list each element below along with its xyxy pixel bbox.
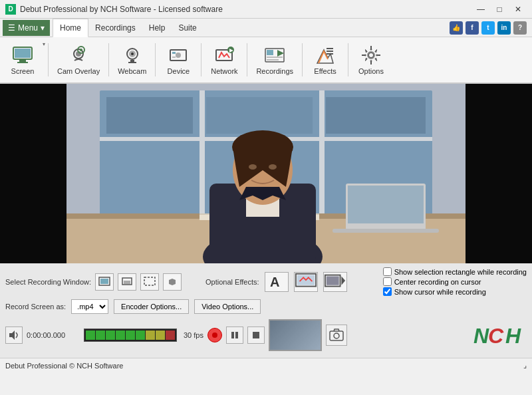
facebook-icon[interactable]: f (466, 21, 479, 35)
svg-rect-11 (130, 60, 134, 62)
svg-rect-1 (19, 60, 26, 62)
svg-point-49 (249, 164, 257, 170)
title-bar-left: D Debut Professional by NCH Software - L… (5, 4, 223, 15)
svg-text:C: C (488, 324, 504, 348)
app-icon: D (5, 4, 16, 15)
svg-rect-65 (235, 332, 238, 338)
svg-rect-3 (15, 49, 31, 58)
svg-rect-67 (330, 331, 343, 340)
minimize-button[interactable]: — (472, 3, 489, 16)
toolbar-network[interactable]: ▶ Network (204, 41, 244, 78)
svg-rect-15 (172, 52, 176, 54)
device-label: Device (168, 67, 190, 75)
video-options-button[interactable]: Video Options... (194, 299, 261, 314)
center-cursor-checkbox[interactable] (383, 277, 392, 286)
toolbar-device[interactable]: Device (158, 41, 198, 78)
meter-5 (126, 330, 135, 340)
toolbar-screen[interactable]: Screen ▾ (3, 41, 45, 78)
title-bar: D Debut Professional by NCH Software - L… (0, 0, 532, 19)
cam-overlay-icon (68, 45, 89, 66)
recordings-icon (264, 45, 285, 66)
meter-8 (156, 330, 165, 340)
svg-text:A: A (270, 275, 279, 289)
window-record-btn[interactable] (118, 273, 136, 291)
svg-point-63 (212, 332, 217, 338)
video-effect-btn[interactable] (323, 272, 347, 292)
toolbar: Screen ▾ Cam Overlay (0, 37, 532, 84)
toolbar-screen-btn[interactable]: Screen (3, 41, 43, 78)
close-button[interactable]: ✕ (509, 3, 527, 16)
hamburger-icon: ☰ (8, 23, 15, 33)
show-rectangle-checkbox[interactable] (383, 267, 392, 276)
cb-center-cursor: Center recording on cursor (383, 277, 527, 286)
nch-logo: N C H (473, 322, 527, 348)
arrow-btn[interactable] (163, 273, 182, 291)
svg-point-28 (368, 53, 374, 58)
toolbar-sep-2 (108, 43, 109, 76)
svg-rect-52 (100, 279, 108, 284)
toolbar-options[interactable]: Options (351, 41, 391, 78)
svg-point-10 (131, 53, 134, 55)
options-icon (360, 45, 382, 66)
webcam-icon (122, 45, 143, 66)
recordings-label: Recordings (256, 67, 293, 75)
record-as-label: Record Screen as: (5, 303, 66, 311)
fps-display: 30 fps (184, 331, 203, 339)
fullscreen-record-btn[interactable] (95, 273, 114, 291)
show-rectangle-label: Show selection rectangle while recording (394, 268, 527, 276)
optional-effects: Optional Effects: A (205, 272, 347, 292)
svg-rect-61 (326, 276, 338, 285)
pause-button[interactable] (226, 327, 243, 344)
linkedin-icon[interactable]: in (497, 21, 511, 35)
volume-button[interactable] (5, 327, 23, 344)
encoder-options-button[interactable]: Encoder Options... (114, 299, 189, 314)
status-text: Debut Professional © NCH Software (5, 362, 123, 370)
svg-rect-42 (332, 229, 439, 233)
title-text: Debut Professional by NCH Software - Lic… (20, 5, 223, 14)
svg-marker-62 (9, 330, 15, 340)
menu-label: Menu (18, 23, 38, 33)
toolbar-cam-overlay[interactable]: Cam Overlay (51, 41, 106, 78)
record-button[interactable] (207, 328, 222, 342)
thumbs-up-icon[interactable]: 👍 (450, 21, 463, 35)
menu-item-suite[interactable]: Suite (172, 19, 203, 37)
svg-marker-60 (341, 276, 345, 285)
help-icon[interactable]: ? (513, 21, 527, 35)
text-effect-btn[interactable]: A (265, 272, 289, 292)
toolbar-webcam[interactable]: Webcam (112, 41, 152, 78)
screen-effect-btn[interactable] (294, 272, 318, 292)
format-select[interactable]: .mp4 .avi .wmv .flv .mkv (71, 299, 108, 314)
svg-rect-12 (128, 62, 136, 63)
svg-rect-36 (206, 97, 313, 134)
menu-button[interactable]: ☰ Menu ▾ (3, 20, 50, 36)
show-cursor-checkbox[interactable] (383, 287, 392, 296)
toolbar-sep-3 (155, 43, 156, 76)
network-label: Network (211, 67, 237, 75)
menu-item-home[interactable]: Home (53, 19, 88, 37)
twitter-icon[interactable]: t (481, 21, 495, 35)
menu-arrow: ▾ (41, 23, 45, 33)
menu-item-recordings[interactable]: Recordings (88, 19, 142, 37)
video-preview (0, 84, 532, 263)
level-meter (84, 329, 177, 342)
svg-rect-32 (200, 90, 205, 223)
center-cursor-label: Center recording on cursor (394, 278, 481, 286)
menu-item-help[interactable]: Help (142, 19, 172, 37)
region-record-btn[interactable] (140, 273, 159, 291)
effects-icon (315, 45, 336, 66)
recording-window-row: Select Recording Window: Optional Effect… (5, 267, 527, 296)
menu-bar: ☰ Menu ▾ Home Recordings Help Suite 👍 f … (0, 19, 532, 37)
resize-indicator: ⌟ (523, 361, 527, 370)
cb-show-cursor: Show cursor while recording (383, 287, 527, 296)
meter-1 (86, 330, 95, 340)
camera-capture-button[interactable] (326, 325, 347, 346)
stop-button[interactable] (247, 327, 265, 344)
svg-rect-2 (17, 62, 28, 63)
meter-9 (166, 330, 175, 340)
toolbar-recordings[interactable]: Recordings (250, 41, 299, 78)
toolbar-sep-4 (201, 43, 201, 76)
svg-rect-23 (267, 59, 279, 61)
maximize-button[interactable]: □ (491, 3, 508, 16)
screen-icon (12, 45, 33, 66)
toolbar-effects[interactable]: Effects (305, 41, 345, 78)
